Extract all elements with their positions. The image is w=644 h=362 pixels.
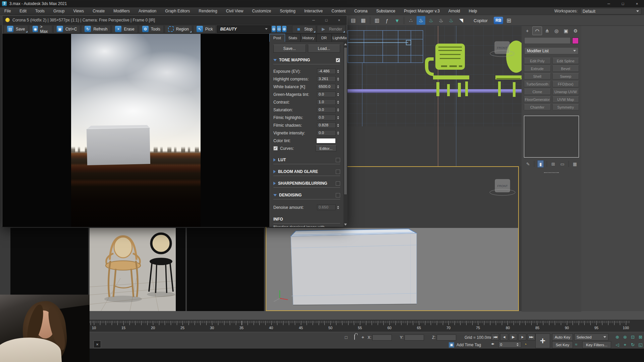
viewport-layout-icon[interactable]: ⊞ [506,17,511,24]
spinner[interactable] [336,99,340,105]
curves-checkbox[interactable]: ✓ [273,146,278,150]
configure-modifier-sets-icon[interactable]: ▦ [572,160,578,168]
send-to-max-button[interactable]: ◉ > Max [29,25,52,33]
zoom-out-icon[interactable]: ⊖ [277,26,281,32]
tone-mapping-header[interactable]: TONE MAPPING ✓ [273,56,340,64]
refresh-button[interactable]: ↻ Refresh [81,25,111,33]
scroll-down-icon[interactable] [344,224,347,226]
spinner[interactable] [336,107,340,113]
object-name-field[interactable] [524,37,571,44]
modifier-list-dropdown[interactable]: Modifier List [524,47,579,54]
remove-modifier-icon[interactable]: ▭ [559,160,565,168]
display-tab-icon[interactable]: ▣ [561,26,570,35]
tab-post[interactable]: Post [269,34,285,42]
menu-edit[interactable]: Edit [15,7,31,15]
vignette-field[interactable]: 0.0 [317,130,336,136]
pick-object-button[interactable]: ↖ Pick [193,25,216,33]
modifier-uvw-map[interactable]: UVW Map [552,96,579,103]
lut-checkbox[interactable] [336,158,340,162]
maximize-icon[interactable]: □ [616,0,630,7]
box-model[interactable] [291,229,417,305]
channel-dropdown[interactable]: BEAUTY [217,25,270,33]
menu-arnold[interactable]: Arnold [444,7,465,15]
green-magenta-field[interactable]: 0.0 [317,92,336,97]
render-canvas[interactable] [2,34,269,227]
key-filters-button[interactable]: Key Filters... [582,341,611,348]
tools-button[interactable]: ⚙ Tools [139,25,164,33]
auto-key-button[interactable]: Auto Key [552,334,573,341]
utilities-tab-icon[interactable]: ⚙ [571,26,580,35]
viewport-chairs-shaded[interactable] [90,228,185,311]
spinner[interactable] [336,204,340,210]
spinner[interactable] [336,122,340,128]
menu-scripting[interactable]: Scripting [275,7,300,15]
render-production-icon[interactable]: ♨ [437,16,445,25]
menu-civil-view[interactable]: Civil View [222,7,248,15]
orbit-icon[interactable]: ↻ [629,341,636,348]
menu-create[interactable]: Create [88,7,109,15]
modifier-chamfer[interactable]: Chamfer [524,104,551,110]
selection-lock-icon[interactable] [354,335,355,340]
previous-frame-button[interactable]: ◀| [500,334,508,341]
modify-tab-icon[interactable]: ◠ [532,26,542,35]
zoom-in-icon[interactable]: ⊕ [272,26,276,32]
region-render-button[interactable]: Region [165,25,192,33]
pin-stack-icon[interactable]: ✎ [525,160,531,168]
render-in-cloud-icon[interactable]: ♨ [447,16,455,25]
modifier-shell[interactable]: Shell [524,73,551,79]
zoom-all-icon[interactable]: ⊛ [622,334,629,341]
time-tag-icon[interactable]: ▣ [449,342,454,348]
maximize-viewport-icon[interactable]: ◱ [637,341,644,348]
menu-modifiers[interactable]: Modifiers [109,7,134,15]
spinner[interactable] [336,68,340,74]
render-flag-icon[interactable]: ◥ [457,16,466,25]
menu-rendering[interactable]: Rendering [194,7,221,15]
modifier-extrude[interactable]: Extrude [524,65,551,72]
schematic-view-icon[interactable]: ▼ [393,16,401,25]
zoom-icon[interactable]: ⊕ [614,334,621,341]
modifier-edit-spline[interactable]: Edit Spline [552,58,579,64]
lut-header[interactable]: LUT [273,156,340,164]
bloom-glare-checkbox[interactable] [336,170,340,174]
time-configuration-icon[interactable]: ◔ [524,342,527,347]
denoising-header[interactable]: DENOISING [273,191,340,199]
save-settings-button[interactable]: Save... [273,45,306,53]
maximize-icon[interactable]: □ [320,16,333,24]
highlight-compress-field[interactable]: 3.261 [317,76,336,82]
modifier-sweep[interactable]: Sweep [552,73,579,79]
menu-file[interactable]: File [0,7,15,15]
layer-explorer-icon[interactable]: ▦ [359,16,368,25]
menu-customize[interactable]: Customize [248,7,276,15]
load-settings-button[interactable]: Load... [308,45,340,53]
menu-interactive[interactable]: Interactive [300,7,327,15]
isolate-selection-icon[interactable]: □ [345,335,347,340]
close-icon[interactable]: × [630,0,644,7]
filmic-highlights-field[interactable]: 0.0 [317,115,336,120]
scene-explorer-icon[interactable]: ▤ [349,16,358,25]
make-unique-icon[interactable]: ⊞ [550,160,556,168]
close-icon[interactable]: × [333,16,345,24]
modifier-edit-poly[interactable]: Edit Poly [524,58,551,64]
tab-dr[interactable]: DR [316,34,332,42]
exposure-field[interactable]: -4.486 [317,68,336,74]
panel-scrollbar[interactable] [343,42,347,227]
color-tint-swatch[interactable] [316,138,336,143]
save-button[interactable]: ▤ Save [4,25,28,33]
curves-editor-button[interactable]: Editor... [316,145,336,152]
curve-editor-icon[interactable]: ƒ [383,16,391,25]
go-to-start-button[interactable]: |◀◀ [491,334,499,341]
rb-button[interactable]: RB [494,17,503,24]
scroll-up-icon[interactable] [344,43,347,45]
sharpening-checkbox[interactable] [336,181,340,186]
frame-step-icon[interactable]: ◀▶ [491,343,494,345]
z-coordinate-field[interactable] [437,335,456,341]
denoising-checkbox[interactable] [336,193,340,197]
erase-button[interactable]: × Erase [112,25,138,33]
hierarchy-tab-icon[interactable]: ⋔ [543,26,551,35]
menu-graph-editors[interactable]: Graph Editors [161,7,194,15]
modifier-unwrap-uvw[interactable]: Unwrap UVW [552,88,579,95]
modifier-clone[interactable]: Clone [524,88,551,95]
spinner[interactable] [336,115,340,120]
scrollbar-thumb[interactable] [344,47,347,195]
minimize-icon[interactable]: ─ [602,0,616,7]
